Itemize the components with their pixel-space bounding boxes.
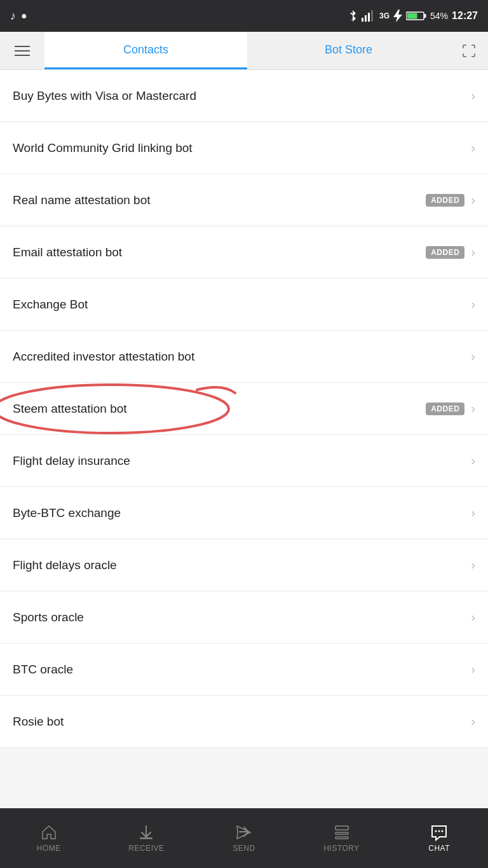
music-icon: ♪	[10, 10, 16, 23]
chevron-icon: ›	[471, 141, 475, 155]
chevron-icon: ›	[471, 506, 475, 520]
bot-list: Buy Bytes with Visa or Mastercard › Worl…	[0, 70, 488, 748]
chevron-icon: ›	[471, 610, 475, 624]
nav-send[interactable]: SEND	[195, 808, 293, 868]
network-type-icon: 3G	[379, 11, 390, 20]
bluetooth-icon	[348, 10, 358, 22]
nav-history[interactable]: HISTORY	[293, 808, 391, 868]
svg-rect-10	[336, 832, 348, 834]
nav-history-label: HISTORY	[323, 844, 359, 853]
chevron-icon: ›	[471, 558, 475, 572]
chevron-icon: ›	[471, 662, 475, 677]
receive-icon	[137, 823, 155, 841]
nav-home-label: HOME	[37, 844, 61, 853]
added-badge: ADDED	[426, 246, 464, 259]
list-item[interactable]: Flight delay insurance ›	[0, 435, 488, 487]
list-item[interactable]: Rosie bot ›	[0, 696, 488, 748]
list-item[interactable]: Sports oracle ›	[0, 591, 488, 644]
chevron-icon: ›	[471, 349, 475, 364]
list-item[interactable]: Email attestation bot ADDED ›	[0, 226, 488, 279]
chevron-icon: ›	[471, 193, 475, 207]
time-display: 12:27	[452, 10, 478, 22]
list-item[interactable]: Exchange Bot ›	[0, 279, 488, 331]
svg-rect-11	[336, 837, 348, 839]
tab-contacts[interactable]: Contacts	[44, 32, 247, 69]
svg-rect-9	[336, 826, 348, 830]
chevron-icon: ›	[471, 88, 475, 103]
battery-percent: 54%	[430, 11, 448, 21]
list-item[interactable]: World Community Grid linking bot ›	[0, 122, 488, 174]
list-item[interactable]: Accredited investor attestation bot ›	[0, 331, 488, 383]
svg-rect-5	[424, 14, 426, 18]
svg-point-13	[438, 830, 440, 832]
chevron-icon: ›	[471, 714, 475, 729]
nav-receive[interactable]: RECEIVE	[98, 808, 196, 868]
circle-status-icon: ●	[21, 10, 27, 22]
svg-rect-0	[362, 18, 363, 22]
chevron-icon: ›	[471, 453, 475, 468]
svg-rect-6	[407, 13, 417, 19]
bottom-navigation: HOME RECEIVE SEND HISTORY	[0, 808, 488, 868]
chevron-icon: ›	[471, 401, 475, 416]
list-item[interactable]: Real name attestation bot ADDED ›	[0, 174, 488, 226]
svg-point-12	[435, 830, 437, 832]
tab-bot-store[interactable]: Bot Store	[247, 32, 450, 69]
flash-icon	[393, 10, 402, 22]
nav-receive-label: RECEIVE	[128, 844, 164, 853]
list-item[interactable]: Byte-BTC exchange ›	[0, 487, 488, 539]
nav-chat-label: CHAT	[428, 844, 450, 853]
svg-rect-1	[365, 15, 367, 22]
expand-icon	[461, 43, 477, 59]
svg-rect-3	[371, 10, 373, 22]
chevron-icon: ›	[471, 245, 475, 259]
expand-button[interactable]	[450, 32, 488, 69]
svg-rect-2	[368, 13, 370, 22]
hamburger-icon	[15, 46, 30, 56]
chevron-icon: ›	[471, 297, 475, 312]
list-item[interactable]: Flight delays oracle ›	[0, 539, 488, 591]
list-item[interactable]: Buy Bytes with Visa or Mastercard ›	[0, 70, 488, 122]
signal-icon	[362, 10, 376, 22]
home-icon	[40, 823, 58, 841]
chat-icon	[430, 823, 449, 841]
list-item[interactable]: BTC oracle ›	[0, 644, 488, 696]
tab-navigation: Contacts Bot Store	[0, 32, 488, 70]
nav-home[interactable]: HOME	[0, 808, 98, 868]
added-badge: ADDED	[426, 194, 464, 207]
battery-icon	[406, 11, 426, 21]
status-bar: ♪ ● 3G 54% 12:27	[0, 0, 488, 32]
svg-rect-8	[140, 837, 152, 839]
nav-send-label: SEND	[233, 844, 255, 853]
menu-button[interactable]	[0, 32, 44, 69]
send-icon	[235, 823, 253, 841]
list-item-steem-attestation[interactable]: Steem attestation bot ADDED ›	[0, 383, 488, 435]
history-icon	[333, 823, 351, 841]
nav-chat[interactable]: CHAT	[390, 808, 488, 868]
main-content: Buy Bytes with Visa or Mastercard › Worl…	[0, 70, 488, 808]
added-badge: ADDED	[426, 403, 464, 415]
svg-point-14	[442, 830, 444, 832]
